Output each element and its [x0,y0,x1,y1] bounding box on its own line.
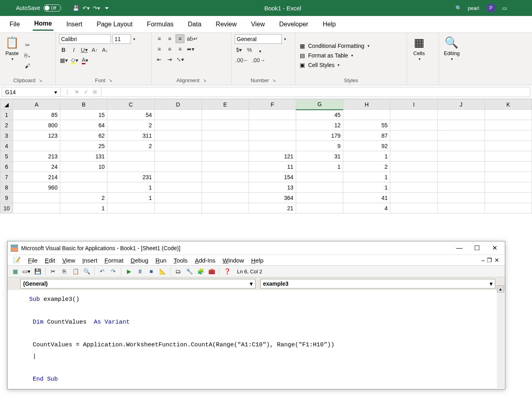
column-header-F[interactable]: F [249,99,296,110]
cell[interactable] [390,162,437,172]
underline-button[interactable]: U▾ [80,45,89,54]
minimize-button[interactable]: — [452,243,467,253]
editing-button[interactable]: 🔍 Editing ▾ [442,34,461,83]
redo-icon[interactable]: ↷ [109,267,118,276]
cell[interactable] [249,110,296,120]
cell[interactable]: 131 [60,151,107,162]
cell[interactable] [154,182,202,193]
cell[interactable] [437,203,485,213]
cell[interactable]: 154 [249,172,296,182]
object-browser-icon[interactable]: 🧩 [196,267,205,276]
break-icon[interactable]: ⏸ [136,267,144,276]
cell[interactable]: 92 [343,141,390,151]
cell[interactable]: 4 [343,203,390,213]
cell[interactable]: 231 [107,172,154,182]
cell[interactable] [202,110,249,120]
cell[interactable]: 1 [60,203,107,213]
cell[interactable]: 1 [296,162,343,172]
fx-icon[interactable]: fx [93,89,97,95]
cell[interactable] [390,172,437,182]
cell[interactable]: 2 [60,193,107,203]
cell[interactable] [390,130,437,141]
column-header-H[interactable]: H [343,99,390,110]
vba-menu-format[interactable]: Format [105,257,124,264]
name-box[interactable]: G14 ▾ [2,87,61,97]
cell[interactable] [485,130,532,141]
column-header-G[interactable]: G [296,99,343,110]
row-header[interactable]: 9 [0,193,13,203]
tab-review[interactable]: Review [214,18,238,30]
cell[interactable] [154,203,202,213]
cell[interactable] [60,172,107,182]
align-bottom-icon[interactable]: ≡ [176,34,184,43]
tab-formulas[interactable]: Formulas [145,18,175,30]
increase-decimal-icon[interactable]: .00← [235,56,249,65]
cell[interactable] [390,120,437,130]
cell[interactable] [390,151,437,162]
cell[interactable] [154,193,202,203]
undo-icon[interactable]: ↶▾ [83,4,90,12]
percent-icon[interactable]: % [245,45,254,54]
row-header[interactable]: 2 [0,120,13,130]
cell[interactable] [485,182,532,193]
cell[interactable]: 64 [60,120,107,130]
decrease-font-icon[interactable]: A↓ [101,45,109,54]
tab-page-layout[interactable]: Page Layout [95,18,134,30]
tab-view[interactable]: View [249,18,266,30]
vba-scrollbar[interactable]: ▲ [497,285,504,388]
cell[interactable]: 11 [249,162,296,172]
column-header-I[interactable]: I [390,99,437,110]
column-header-E[interactable]: E [202,99,249,110]
cell[interactable] [202,151,249,162]
formula-input[interactable] [101,87,530,97]
cell[interactable]: 960 [13,182,60,193]
cell[interactable] [154,151,202,162]
cell[interactable] [154,172,202,182]
cut-icon[interactable]: ✂ [23,41,32,49]
cell[interactable] [485,151,532,162]
find-icon[interactable]: 🔍 [82,267,91,276]
align-center-icon[interactable]: ≡ [165,45,174,53]
cell[interactable]: 123 [13,130,60,141]
increase-font-icon[interactable]: A↑ [90,45,99,54]
tab-file[interactable]: File [8,18,22,30]
mdi-close-icon[interactable]: ✕ [494,257,499,263]
cell[interactable] [107,203,154,213]
cell[interactable]: 2 [107,120,154,130]
row-header[interactable]: 6 [0,162,13,172]
cell[interactable]: 2 [343,162,390,172]
vba-object-dropdown[interactable]: (General)▾ [20,279,255,288]
increase-indent-icon[interactable]: ⇥ [165,55,174,64]
vba-menu-run[interactable]: Run [156,257,167,264]
cell[interactable] [485,110,532,120]
design-mode-icon[interactable]: 📐 [158,267,167,276]
italic-button[interactable]: I [69,45,78,54]
cell[interactable] [202,130,249,141]
cell[interactable] [296,182,343,193]
vba-menu-view[interactable]: View [62,257,75,264]
vba-code-editor[interactable]: Sub example3() Dim CountValues As Varian… [8,290,505,389]
excel-icon[interactable]: ▦ [11,267,20,276]
cell[interactable]: 85 [13,110,60,120]
cell[interactable] [107,162,154,172]
align-middle-icon[interactable]: ≡ [165,34,174,43]
cell[interactable]: 21 [249,203,296,213]
orientation-icon[interactable]: ⤡▾ [176,55,185,64]
save-icon[interactable]: 💾 [33,267,42,276]
cell[interactable] [437,120,485,130]
column-header-C[interactable]: C [107,99,154,110]
user-avatar[interactable]: P [487,4,495,12]
cell[interactable] [390,193,437,203]
tab-help[interactable]: Help [321,18,337,30]
cell[interactable] [485,193,532,203]
cell[interactable]: 10 [60,162,107,172]
cell[interactable]: 13 [249,182,296,193]
cell[interactable] [202,203,249,213]
vba-procedure-dropdown[interactable]: example3▾ [260,279,495,288]
cell[interactable] [485,141,532,151]
cell[interactable] [437,162,485,172]
select-all-corner[interactable]: ◢ [0,99,13,110]
project-explorer-icon[interactable]: 🗂 [174,267,182,276]
cell[interactable] [343,110,390,120]
chevron-down-icon[interactable]: ▾ [284,37,286,41]
